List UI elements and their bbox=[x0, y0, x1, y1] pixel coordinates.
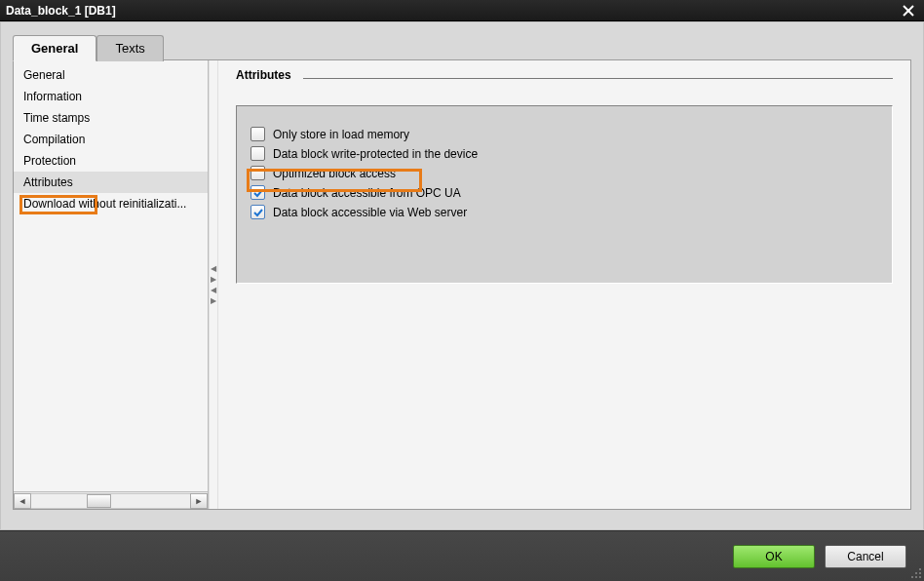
section-title: Attributes bbox=[236, 68, 299, 82]
nav-item-attributes[interactable]: Attributes bbox=[14, 172, 208, 193]
label-web-server: Data block accessible via Web server bbox=[273, 206, 467, 219]
label-write-protected: Data block write-protected in the device bbox=[273, 147, 478, 161]
nav-item-download[interactable]: Download without reinitializati... bbox=[14, 193, 208, 214]
scroll-right-button[interactable]: ► bbox=[190, 493, 208, 509]
svg-point-4 bbox=[919, 572, 921, 574]
nav-item-information[interactable]: Information bbox=[14, 86, 208, 107]
splitter[interactable]: ◀ ▶ ◀ ▶ bbox=[209, 60, 218, 509]
attr-opc-ua: Data block accessible from OPC UA bbox=[250, 185, 878, 200]
tab-general[interactable]: General bbox=[13, 35, 96, 61]
attr-optimized: Optimized block access bbox=[250, 166, 878, 180]
attr-only-store: Only store in load memory bbox=[250, 127, 878, 141]
scroll-thumb[interactable] bbox=[87, 494, 111, 508]
tab-strip: General Texts bbox=[13, 34, 911, 60]
ok-button[interactable]: OK bbox=[733, 545, 815, 568]
titlebar: Data_block_1 [DB1] bbox=[0, 0, 924, 21]
attr-web-server: Data block accessible via Web server bbox=[250, 205, 878, 219]
window-title: Data_block_1 [DB1] bbox=[6, 4, 899, 18]
checkbox-only-store[interactable] bbox=[250, 127, 265, 141]
checkbox-optimized[interactable] bbox=[250, 166, 265, 180]
section-rule bbox=[303, 78, 893, 79]
workarea: General Texts General Information Time s… bbox=[0, 21, 924, 530]
checkbox-opc-ua[interactable] bbox=[250, 185, 265, 200]
nav-item-protection[interactable]: Protection bbox=[14, 150, 208, 172]
tab-texts[interactable]: Texts bbox=[96, 35, 163, 61]
chevron-right-icon: ▶ bbox=[211, 297, 216, 305]
label-opc-ua: Data block accessible from OPC UA bbox=[273, 186, 461, 200]
attributes-box: Only store in load memory Data block wri… bbox=[236, 105, 893, 284]
svg-point-3 bbox=[915, 572, 917, 574]
svg-point-2 bbox=[919, 568, 921, 570]
content-area: Attributes Only store in load memory Dat… bbox=[218, 60, 910, 509]
scroll-left-button[interactable]: ◄ bbox=[14, 493, 31, 509]
close-icon bbox=[902, 4, 915, 18]
close-button[interactable] bbox=[899, 2, 918, 19]
nav-item-compilation[interactable]: Compilation bbox=[14, 129, 208, 150]
svg-point-5 bbox=[911, 576, 913, 578]
nav-hscrollbar[interactable]: ◄ ► bbox=[14, 491, 208, 509]
label-only-store: Only store in load memory bbox=[273, 128, 409, 141]
checkbox-write-protected[interactable] bbox=[250, 146, 265, 161]
svg-point-6 bbox=[915, 576, 917, 578]
scroll-track[interactable] bbox=[31, 493, 190, 509]
nav-tree: General Information Time stamps Compilat… bbox=[14, 60, 209, 509]
cancel-button[interactable]: Cancel bbox=[825, 545, 906, 568]
nav-item-timestamps[interactable]: Time stamps bbox=[14, 107, 208, 129]
attr-write-protected: Data block write-protected in the device bbox=[250, 146, 878, 161]
checkbox-web-server[interactable] bbox=[250, 205, 265, 219]
panel: General Information Time stamps Compilat… bbox=[13, 59, 911, 510]
dialog-footer: OK Cancel bbox=[0, 530, 924, 581]
chevron-left-icon: ◀ bbox=[211, 287, 216, 294]
nav-item-general[interactable]: General bbox=[14, 64, 208, 86]
chevron-right-icon: ▶ bbox=[211, 276, 216, 284]
chevron-left-icon: ◀ bbox=[211, 265, 216, 273]
section-header: Attributes bbox=[236, 68, 893, 82]
resize-grip-icon[interactable] bbox=[910, 567, 922, 579]
svg-point-7 bbox=[919, 576, 921, 578]
label-optimized: Optimized block access bbox=[273, 167, 396, 180]
